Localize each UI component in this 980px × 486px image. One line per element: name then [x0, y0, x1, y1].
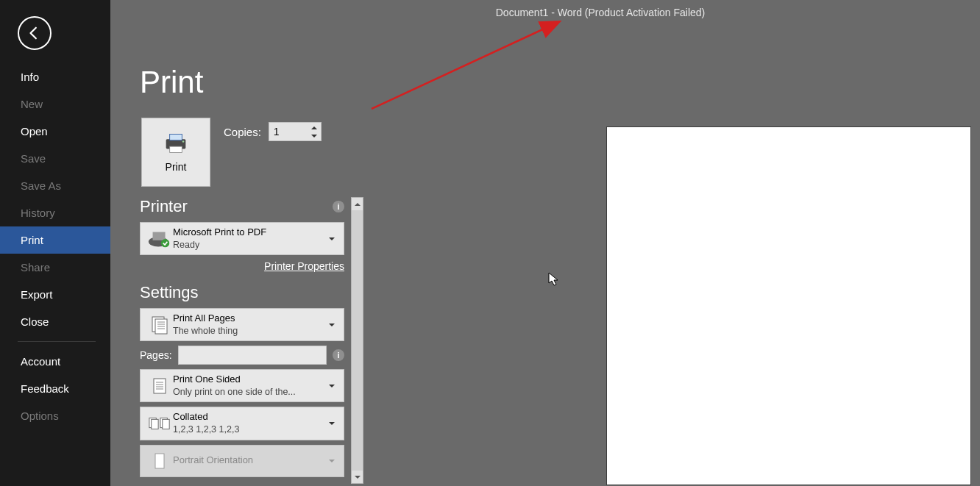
portrait-icon — [146, 449, 173, 473]
chevron-down-icon — [326, 235, 338, 243]
pages-info-icon[interactable]: i — [333, 349, 344, 361]
printer-heading: Printer — [140, 197, 188, 216]
arrow-left-icon — [26, 25, 43, 41]
print-group: Print Copies: 1 — [141, 118, 322, 187]
scroll-up-button[interactable] — [352, 198, 363, 210]
copies-input[interactable]: 1 — [269, 122, 322, 141]
scroll-track[interactable] — [352, 210, 363, 471]
chevron-down-icon — [326, 457, 338, 465]
sides-title: Print One Sided — [173, 374, 326, 386]
pages-icon — [146, 313, 173, 337]
copies-step-up[interactable] — [309, 124, 319, 132]
sidebar-item-close[interactable]: Close — [0, 308, 110, 335]
printer-info-icon[interactable]: i — [333, 201, 344, 212]
sidebar-item-account[interactable]: Account — [0, 348, 110, 375]
sides-sub: Only print on one side of the... — [173, 386, 326, 398]
backstage-sidebar: Info New Open Save Save As History Print… — [0, 0, 110, 486]
svg-line-23 — [372, 22, 558, 109]
pages-label: Pages: — [140, 349, 172, 361]
scroll-down-button[interactable] — [352, 471, 363, 483]
print-preview — [415, 118, 980, 485]
printer-device-icon — [146, 227, 173, 251]
chevron-down-icon — [326, 420, 338, 427]
svg-rect-19 — [152, 419, 158, 429]
annotation-arrow — [364, 13, 570, 116]
print-range-sub: The whole thing — [173, 325, 326, 337]
sidebar-item-info[interactable]: Info — [0, 63, 110, 90]
print-button-label: Print — [166, 161, 187, 173]
copies-label: Copies: — [224, 126, 261, 138]
printer-status: Ready — [173, 239, 326, 251]
svg-rect-2 — [170, 146, 182, 152]
sidebar-nav: Info New Open Save Save As History Print… — [0, 63, 110, 429]
print-range-dropdown[interactable]: Print All Pages The whole thing — [140, 308, 344, 341]
sidebar-item-open[interactable]: Open — [0, 118, 110, 145]
settings-panel: Printer i Microsoft Print to PDF Ready P… — [140, 197, 384, 482]
orientation-dropdown[interactable]: Portrait Orientation — [140, 445, 344, 477]
printer-icon — [159, 132, 193, 155]
printer-heading-row: Printer i — [140, 197, 344, 216]
print-range-title: Print All Pages — [173, 312, 326, 325]
settings-heading: Settings — [140, 283, 344, 302]
svg-rect-22 — [155, 454, 164, 468]
collation-dropdown[interactable]: Collated 1,2,3 1,2,3 1,2,3 — [140, 407, 344, 440]
collated-icon — [146, 412, 173, 435]
pages-input[interactable] — [178, 346, 327, 365]
sidebar-item-share[interactable]: Share — [0, 254, 110, 281]
collation-sub: 1,2,3 1,2,3 1,2,3 — [173, 424, 326, 435]
svg-rect-1 — [170, 135, 182, 140]
sidebar-item-options[interactable]: Options — [0, 402, 110, 429]
print-button[interactable]: Print — [141, 118, 210, 187]
sidebar-item-export[interactable]: Export — [0, 281, 110, 308]
sidebar-separator — [18, 341, 96, 342]
window-title: Document1 - Word (Product Activation Fai… — [221, 0, 980, 25]
sidebar-item-save[interactable]: Save — [0, 145, 110, 172]
printer-properties-row: Printer Properties — [140, 260, 344, 273]
printer-dropdown[interactable]: Microsoft Print to PDF Ready — [140, 222, 344, 255]
sidebar-item-new[interactable]: New — [0, 90, 110, 118]
pages-row: Pages: i — [140, 346, 344, 365]
cursor-icon — [548, 272, 560, 287]
page-title: Print — [140, 65, 203, 100]
sidebar-item-print[interactable]: Print — [0, 226, 110, 254]
chevron-down-icon — [326, 321, 338, 329]
printer-name: Microsoft Print to PDF — [173, 226, 326, 239]
sidebar-item-history[interactable]: History — [0, 199, 110, 226]
collation-title: Collated — [173, 411, 326, 424]
svg-rect-13 — [154, 379, 166, 393]
sidebar-item-feedback[interactable]: Feedback — [0, 375, 110, 402]
back-button[interactable] — [18, 16, 52, 50]
svg-rect-5 — [153, 232, 166, 240]
svg-point-6 — [161, 239, 169, 247]
printer-properties-link[interactable]: Printer Properties — [264, 260, 344, 272]
orientation-title: Portrait Orientation — [173, 454, 326, 467]
main-area: Document1 - Word (Product Activation Fai… — [110, 0, 980, 486]
svg-rect-21 — [163, 419, 169, 429]
copies-control: Copies: 1 — [224, 122, 322, 141]
chevron-down-icon — [326, 382, 338, 390]
sidebar-item-save-as[interactable]: Save As — [0, 172, 110, 199]
svg-point-3 — [182, 140, 185, 143]
copies-value: 1 — [274, 126, 280, 137]
one-sided-icon — [146, 374, 173, 398]
sides-dropdown[interactable]: Print One Sided Only print on one side o… — [140, 369, 344, 402]
copies-spinner — [309, 124, 319, 140]
copies-step-down[interactable] — [309, 132, 319, 140]
settings-scrollbar[interactable] — [351, 197, 363, 484]
preview-page — [606, 126, 971, 485]
